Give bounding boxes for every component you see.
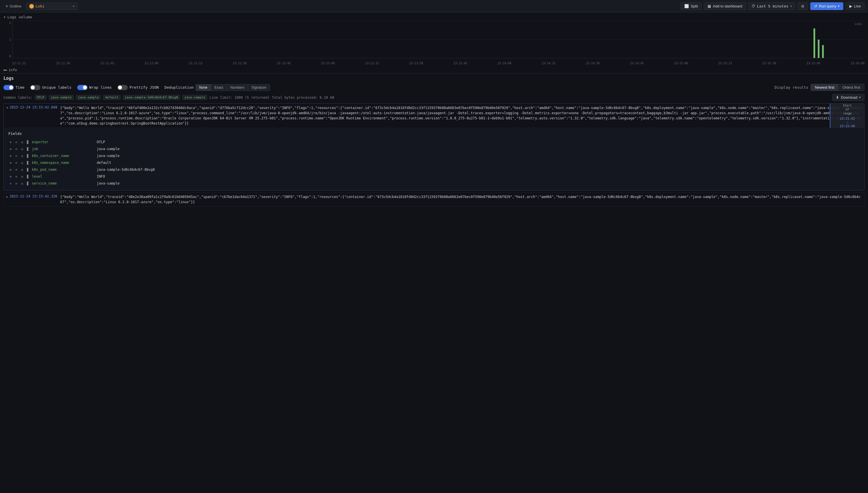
field-eye-icon-k8s-pod[interactable]: ◎ [20,167,24,172]
time-toggle[interactable] [3,85,14,90]
oldest-first-button[interactable]: Oldest first [839,84,864,91]
chart-source-label: Loki [855,22,863,26]
loki-icon [29,4,34,8]
field-zoom-in-icon-job[interactable]: ⊕ [8,147,13,151]
chart-collapse-icon[interactable]: ▾ [3,15,6,19]
field-bar-icon-k8s-container[interactable]: ▊ [25,153,30,158]
field-zoom-out-icon-k8s-container[interactable]: ⊖ [14,153,19,158]
entry-1-collapse-icon[interactable]: ▾ [6,105,8,110]
field-zoom-out-icon-k8s-pod[interactable]: ⊖ [14,167,19,172]
log-entry-1-header[interactable]: ▾ 2023-12-24 23:15:42.848 {"body":"Hello… [4,104,864,128]
time-toggle-knob [9,86,13,89]
field-zoom-out-icon-level[interactable]: ⊖ [14,174,19,179]
field-exporter-value: OTLP [97,140,105,144]
field-zoom-out-icon-job[interactable]: ⊖ [14,147,19,151]
refresh-icon: ↺ [814,4,817,8]
field-row-service-name: ⊕ ⊖ ◎ ▊ service_name java-sample [8,180,860,187]
split-icon: ⬜ [684,4,689,8]
label-tag-pod[interactable]: java-sample-5d6c6b4c67-8bvg8 [123,95,180,100]
download-button[interactable]: ⬇ Download ▾ [832,94,865,101]
field-bar-icon-k8s-namespace[interactable]: ▊ [25,160,30,165]
log-entry-2-header[interactable]: ▸ 2023-12-24 23:15:42.326 {"body":"Hello… [4,193,864,206]
live-button[interactable]: ▶ Live [846,2,865,10]
field-eye-icon[interactable]: ◎ [20,140,24,144]
field-zoom-out-icon-service[interactable]: ⊖ [14,181,19,186]
field-level-value: INFO [97,174,105,178]
app-header: ≡ Outline Loki ▾ ⬜ Split ▦ Add to dashbo… [0,0,868,13]
field-zoom-in-icon-level[interactable]: ⊕ [8,174,13,179]
zoom-out-button[interactable]: ⊖ [798,2,808,10]
dedup-none-button[interactable]: None [196,84,211,91]
field-k8s-pod-name: k8s_pod_name [32,168,95,172]
header-right: ⬜ Split ▦ Add to dashboard ⏱ Last 5 minu… [681,2,865,10]
live-icon: ▶ [849,4,852,8]
field-zoom-out-icon-k8s-namespace[interactable]: ⊖ [14,160,19,165]
field-zoom-in-icon[interactable]: ⊕ [8,140,13,144]
add-dashboard-button[interactable]: ▦ Add to dashboard [704,2,746,10]
field-k8s-namespace-icons: ⊕ ⊖ ◎ ▊ [8,160,30,165]
field-eye-icon-service[interactable]: ◎ [20,181,24,186]
entry-2-content: {"body":"Hello World","traceid":"d8e2e38… [60,194,862,205]
wrap-lines-toggle-knob [83,86,87,89]
log-entry-2: ▸ 2023-12-24 23:15:42.326 {"body":"Hello… [3,192,865,207]
fields-panel-1: Fields ⊕ ⊖ ◎ ▊ exporter OTLP ⊕ ⊖ ◎ ▊ [4,128,864,190]
dedup-signature-button[interactable]: Signature [248,84,270,91]
field-row-k8s-pod: ⊕ ⊖ ◎ ▊ k8s_pod_name java-sample-5d6c6b4… [8,166,860,173]
time-range-selector[interactable]: ⏱ Last 5 minutes ▾ [748,2,795,10]
field-k8s-container-icons: ⊕ ⊖ ◎ ▊ [8,153,30,158]
outline-button[interactable]: ≡ Outline [3,3,24,9]
field-zoom-in-icon-service[interactable]: ⊕ [8,181,13,186]
field-exporter-name: exporter [32,140,95,144]
field-k8s-namespace-name: k8s_namespace_name [32,161,95,165]
label-tag-default[interactable]: default [103,95,120,100]
header-left: ≡ Outline Loki ▾ [3,3,78,10]
field-bar-icon-level[interactable]: ▊ [25,174,30,179]
split-button[interactable]: ⬜ Split [681,2,701,10]
dedup-numbers-button[interactable]: Numbers [227,84,248,91]
prettify-json-toggle[interactable] [118,85,128,90]
dedup-exact-button[interactable]: Exact [211,84,227,91]
label-tag-java-sample-1[interactable]: java-sample [49,95,74,100]
meta-right: ⬇ Download ▾ [832,94,865,101]
entry-2-expand-icon[interactable]: ▸ [6,194,8,199]
label-tag-java-sample-3[interactable]: java-sample [182,95,207,100]
field-eye-icon-k8s-namespace[interactable]: ◎ [20,160,24,165]
unique-labels-control: Unique labels [30,85,71,90]
field-zoom-in-icon-k8s-pod[interactable]: ⊕ [8,167,13,172]
datasource-selector[interactable]: Loki ▾ [26,3,78,10]
chart-title: Logs volume [7,15,32,19]
download-label: Download [841,95,858,100]
label-tag-java-sample-2[interactable]: java-sample [76,95,101,100]
chevron-down-icon-time: ▾ [790,4,792,8]
outline-label: Outline [10,4,22,8]
field-eye-icon-k8s-container[interactable]: ◎ [20,153,24,158]
field-bar-icon[interactable]: ▊ [25,140,30,144]
field-zoom-in-icon-k8s-container[interactable]: ⊕ [8,153,13,158]
field-eye-icon-job[interactable]: ◎ [20,147,24,151]
field-bar-icon-k8s-pod[interactable]: ▊ [25,167,30,172]
total-bytes-label: Total bytes processed: 6.10 kB [272,95,334,100]
field-k8s-container-value: java-sample [97,154,120,158]
field-k8s-pod-icons: ⊕ ⊖ ◎ ▊ [8,167,30,172]
field-eye-icon-level[interactable]: ◎ [20,174,24,179]
field-zoom-out-icon[interactable]: ⊖ [14,140,19,144]
chart-y-axis: 2 1 0 [3,21,12,58]
label-tag-otlp[interactable]: OTLP [35,95,46,100]
field-service-name: service_name [32,181,95,185]
deduplication-control: Deduplication None Exact Numbers Signatu… [165,84,270,91]
prettify-json-label: Prettify JSON [129,85,159,89]
field-bar-icon-service[interactable]: ▊ [25,181,30,186]
field-k8s-pod-value: java-sample-5d6c6b4c67-8bvg8 [97,168,155,172]
field-bar-icon-job[interactable]: ▊ [25,147,30,151]
field-zoom-in-icon-k8s-namespace[interactable]: ⊕ [8,160,13,165]
legend-label: info [8,68,17,72]
wrap-lines-toggle[interactable] [77,85,88,90]
line-limit-label: Line limit: 1000 (5 returned) [210,95,270,100]
newest-first-button[interactable]: Newest first [811,84,839,91]
field-service-value: java-sample [97,181,120,185]
field-row-level: ⊕ ⊖ ◎ ▊ level INFO [8,173,860,180]
outline-icon: ≡ [6,4,8,8]
chart-legend: info [3,68,865,72]
unique-labels-toggle[interactable] [30,85,41,90]
run-query-button[interactable]: ↺ Run query ▾ [810,2,843,10]
